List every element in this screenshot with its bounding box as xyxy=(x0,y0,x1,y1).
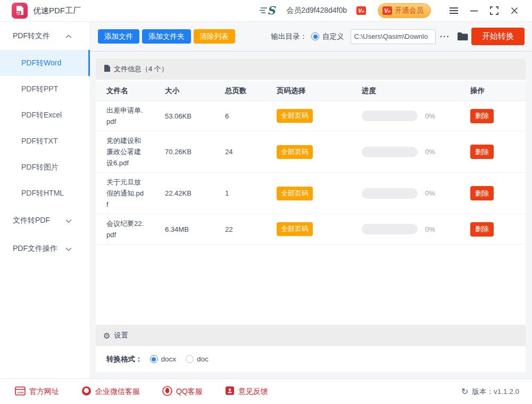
sidebar-item-pdf-to-txt[interactable]: PDF转TXT xyxy=(0,128,90,154)
file-name: 会议纪要22.pdf xyxy=(106,218,145,240)
col-pages: 总页数 xyxy=(225,86,257,96)
page-select-button[interactable]: 全部页码 xyxy=(277,109,313,123)
sidebar-group-pdf-to-file[interactable]: PDF转文件 xyxy=(0,22,90,50)
table-row: 会议纪要22.pdf 6.34MB 22 全部页码 0% 删除 xyxy=(96,214,526,245)
output-path-input[interactable] xyxy=(351,29,436,44)
progress-percent: 0% xyxy=(425,148,435,156)
file-panel: 文件信息（4 个） 文件名 大小 总页数 页码选择 进度 操作 出差申请单.pd… xyxy=(96,58,526,372)
feedback-icon xyxy=(225,386,235,397)
file-size: 6.34MB xyxy=(165,225,207,233)
titlebar: PDF 优速PDF工厂 S 会员2d9f428d4f0b VIP VIP 开通会… xyxy=(0,0,532,22)
svg-text:S: S xyxy=(267,4,276,17)
sidebar-item-pdf-to-ppt[interactable]: PDF转PPT xyxy=(0,76,90,102)
minimize-icon[interactable] xyxy=(466,3,482,18)
file-name: 关于元旦放假的通知.pdf xyxy=(106,176,145,210)
page-select-button[interactable]: 全部页码 xyxy=(277,222,313,236)
upgrade-vip-label: 开通会员 xyxy=(395,6,423,15)
sidebar-group-file-to-pdf[interactable]: 文件转PDF xyxy=(0,206,90,234)
doc-radio[interactable] xyxy=(186,355,194,363)
col-size: 大小 xyxy=(165,86,207,96)
sidebar-item-label: PDF转PPT xyxy=(21,85,58,94)
refresh-icon[interactable]: ↻ xyxy=(461,388,468,396)
sidebar-item-label: PDF转TXT xyxy=(21,137,57,146)
menu-icon[interactable] xyxy=(446,3,462,18)
progress-bar xyxy=(362,224,418,234)
open-folder-icon[interactable] xyxy=(457,32,468,41)
sidebar-item-pdf-to-html[interactable]: PDF转HTML xyxy=(0,180,90,206)
sidebar-group-label: PDF转文件 xyxy=(13,31,50,41)
website-icon: .com xyxy=(15,386,26,397)
official-website-link[interactable]: .com 官方网址 xyxy=(15,386,59,397)
settings-label: 设置 xyxy=(114,331,128,340)
sidebar-item-pdf-to-image[interactable]: PDF转图片 xyxy=(0,154,90,180)
version-area: ↻ 版本：v1.1.2.0 xyxy=(461,387,519,397)
doc-label: doc xyxy=(197,355,209,363)
vip-badge-icon: VIP xyxy=(383,6,392,15)
page-select-button[interactable]: 全部页码 xyxy=(277,145,313,159)
add-file-button[interactable]: 添加文件 xyxy=(98,29,139,44)
svg-text:PDF: PDF xyxy=(16,12,21,14)
document-icon xyxy=(104,64,111,74)
output-dir-label: 输出目录： xyxy=(271,32,307,41)
sidebar-item-label: PDF转图片 xyxy=(21,163,59,172)
close-icon[interactable] xyxy=(506,3,522,18)
table-header-row: 文件名 大小 总页数 页码选择 进度 操作 xyxy=(96,80,526,101)
delete-button[interactable]: 删除 xyxy=(470,186,494,200)
delete-button[interactable]: 删除 xyxy=(470,109,494,123)
clear-list-button[interactable]: 清除列表 xyxy=(194,29,235,44)
file-size: 70.26KB xyxy=(165,148,207,156)
custom-dir-radio[interactable] xyxy=(311,32,319,40)
sidebar-group-label: PDF文件操作 xyxy=(13,244,57,254)
progress-percent: 0% xyxy=(425,189,435,197)
wechat-support-label: 企业微信客服 xyxy=(95,387,140,397)
delete-button[interactable]: 删除 xyxy=(470,145,494,159)
content-area: 文件信息（4 个） 文件名 大小 总页数 页码选择 进度 操作 出差申请单.pd… xyxy=(90,52,532,378)
vip-badge-icon: VIP xyxy=(356,6,366,15)
file-size: 53.06KB xyxy=(165,112,207,120)
file-pages: 22 xyxy=(225,225,257,233)
progress-percent: 0% xyxy=(425,225,435,233)
feedback-link[interactable]: 意见反馈 xyxy=(225,386,268,397)
progress-bar xyxy=(362,147,418,157)
maximize-icon[interactable] xyxy=(486,3,502,18)
page-select-button[interactable]: 全部页码 xyxy=(277,187,313,200)
main-area: 添加文件 添加文件夹 清除列表 输出目录： 自定义 ··· 开始转换 文件信息（… xyxy=(90,22,532,378)
chevron-down-icon xyxy=(65,216,72,225)
table-row: 出差申请单.pdf 53.06KB 6 全部页码 0% 删除 xyxy=(96,101,526,131)
file-name: 出差申请单.pdf xyxy=(106,105,145,127)
docx-label: docx xyxy=(161,355,177,363)
wechat-support-link[interactable]: 企业微信客服 xyxy=(81,386,140,398)
sidebar-group-pdf-operations[interactable]: PDF文件操作 xyxy=(0,234,90,263)
format-label: 转换格式： xyxy=(106,355,143,364)
add-folder-button[interactable]: 添加文件夹 xyxy=(142,29,191,44)
custom-dir-label: 自定义 xyxy=(322,32,344,41)
upgrade-vip-button[interactable]: VIP 开通会员 xyxy=(378,3,431,18)
sidebar-item-pdf-to-word[interactable]: PDF转Word xyxy=(0,50,90,76)
sidebar-item-label: PDF转Word xyxy=(21,58,61,68)
start-convert-button[interactable]: 开始转换 xyxy=(471,28,525,45)
col-progress: 进度 xyxy=(362,86,452,96)
gear-icon: ⚙ xyxy=(103,332,110,340)
browse-more-button[interactable]: ··· xyxy=(440,32,450,41)
col-filename: 文件名 xyxy=(106,86,145,96)
qq-icon xyxy=(162,386,172,398)
version-label: 版本：v1.1.2.0 xyxy=(472,387,519,397)
svg-text:.com: .com xyxy=(16,391,23,394)
progress-bar xyxy=(362,111,418,121)
app-title: 优速PDF工厂 xyxy=(33,6,81,16)
settings-header: ⚙ 设置 xyxy=(96,325,526,346)
empty-space xyxy=(96,245,526,325)
sidebar-item-pdf-to-excel[interactable]: PDF转Excel xyxy=(0,102,90,128)
delete-button[interactable]: 删除 xyxy=(470,222,494,237)
sidebar-group-label: 文件转PDF xyxy=(13,216,50,225)
docx-radio[interactable] xyxy=(150,355,158,363)
qq-support-link[interactable]: QQ客服 xyxy=(162,386,203,398)
settings-row: 转换格式： docx doc xyxy=(96,346,526,372)
feedback-label: 意见反馈 xyxy=(238,387,268,397)
col-action: 操作 xyxy=(470,86,526,96)
official-website-label: 官方网址 xyxy=(29,387,59,397)
chevron-down-icon xyxy=(65,245,72,253)
member-id-label: 会员2d9f428d4f0b xyxy=(286,6,347,15)
progress-percent: 0% xyxy=(425,112,435,120)
file-info-label: 文件信息（4 个） xyxy=(114,64,168,74)
